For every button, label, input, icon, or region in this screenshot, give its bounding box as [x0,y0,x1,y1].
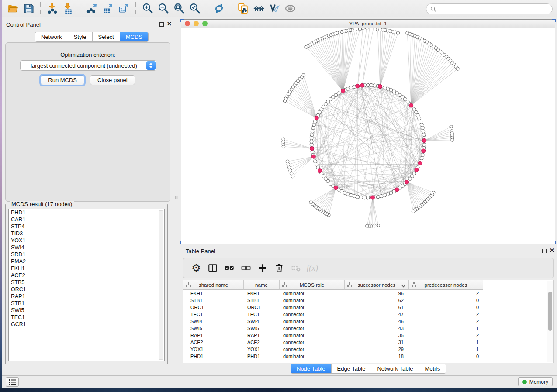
birds-eye-button[interactable] [282,1,298,16]
mcds-result-item[interactable]: SRD1 [9,251,164,258]
column-header-MCDS-role[interactable]: MCDS role [280,280,345,290]
optimization-criterion-select[interactable]: largest connected component (undirected) [20,60,156,71]
deselect-all-rows-button[interactable] [239,261,253,275]
node-table[interactable]: shared namenameMCDS rolesuccessor nodesp… [183,280,554,363]
mcds-result-item[interactable]: TEC1 [9,314,164,321]
session-home-button[interactable] [251,1,266,16]
delete-table-icon [291,263,301,273]
table-scrollbar-track[interactable] [547,281,553,362]
float-table-panel-icon[interactable] [542,249,547,253]
network-frame-titlebar[interactable]: YPA_prune.txt_1 [181,20,555,28]
splitter-handle[interactable] [175,196,178,199]
open-session-button[interactable] [5,1,21,16]
memory-button[interactable]: Memory [518,377,553,386]
mcds-result-item[interactable]: YOX1 [9,237,164,244]
import-table-button[interactable] [60,1,76,16]
table-row[interactable]: TEC1TEC1connector472 [183,311,483,318]
network-canvas[interactable] [181,28,555,244]
zoom-selected-button[interactable] [187,1,203,16]
result-scrollbar-track[interactable] [159,210,163,360]
column-header-successor-nodes[interactable]: successor nodes [345,280,409,290]
table-scrollbar-thumb[interactable] [548,292,552,331]
search-icon [430,6,436,12]
vertical-splitter[interactable] [175,17,179,375]
mcds-result-item[interactable]: ACE2 [9,272,164,279]
tab-style[interactable]: Style [68,32,93,41]
mcds-result-item[interactable]: RAP1 [9,293,164,300]
mcds-result-list[interactable]: PHD1CAR1STP4TID3YOX1SWI4SRD1PMA2FKH1ACE2… [8,209,165,361]
mcds-result-item[interactable]: SWI5 [9,307,164,314]
delete-columns-button[interactable] [272,261,287,275]
add-column-button[interactable] [255,261,270,275]
mcds-result-item[interactable]: PHD1 [9,209,164,216]
table-row[interactable]: ACE2ACE2connector311 [183,339,483,346]
column-label: shared name [199,282,228,288]
tab-mcds[interactable]: MCDS [120,32,148,41]
tab-network[interactable]: Network [35,32,68,41]
hierarchy-icon [347,282,352,288]
mcds-result-item[interactable]: PMA2 [9,258,164,265]
table-row[interactable]: RAP1RAP1dominator352 [183,332,483,339]
chevron-updown-icon [146,61,156,70]
table-row[interactable]: SWI5SWI5connector431 [183,325,483,332]
import-network-button[interactable] [45,1,60,16]
refresh-view-button[interactable] [211,1,227,16]
table-row[interactable]: PHD1PHD1dominator180 [183,353,483,360]
mcds-result-item[interactable]: FKH1 [9,265,164,272]
split-panel-button[interactable] [205,261,220,275]
float-panel-icon[interactable] [159,22,164,27]
mcds-result-item[interactable]: CAR1 [9,216,164,223]
close-panel-button[interactable]: Close panel [90,75,135,85]
table-cell: connector [280,312,345,317]
column-header-shared-name[interactable]: shared name [183,280,244,290]
panel-menu-button[interactable] [6,377,19,387]
search-input[interactable] [438,5,552,14]
zoom-in-icon [142,3,154,14]
toolbar-separator [207,2,207,15]
table-cell: 2 [409,333,483,338]
search-box[interactable] [426,3,553,14]
save-session-button[interactable] [21,1,36,16]
zoom-in-button[interactable] [140,1,156,16]
table-row[interactable]: FKH1FKH1dominator962 [183,290,483,297]
tab-motifs[interactable]: Motifs [419,364,446,373]
table-row[interactable]: SWI4SWI4dominator462 [183,318,483,325]
close-table-panel-icon[interactable]: ✕ [550,248,554,254]
tab-select[interactable]: Select [93,32,120,41]
table-cell: connector [280,347,345,352]
table-row[interactable]: YOX1YOX1connector291 [183,346,483,353]
tab-edge-table[interactable]: Edge Table [332,364,372,373]
table-row[interactable]: ORC1ORC1dominator610 [183,304,483,311]
column-header-name[interactable]: name [244,280,280,290]
toolbar-separator [80,2,80,15]
mcds-result-item[interactable]: SWI4 [9,244,164,251]
optimization-criterion-label: Optimization criterion: [6,52,170,58]
export-table-button[interactable] [100,1,116,16]
run-mcds-button[interactable]: Run MCDS [41,75,84,85]
export-network-button[interactable] [84,1,100,16]
select-all-rows-button[interactable] [222,261,237,275]
column-header-predecessor-nodes[interactable]: predecessor nodes [409,280,483,290]
tab-node-table[interactable]: Node Table [291,364,332,373]
mcds-result-item[interactable]: STP4 [9,223,164,230]
mcds-result-item[interactable]: GCR1 [9,321,164,328]
attribute-settings-button[interactable]: ⚙ [189,261,204,275]
close-panel-icon[interactable]: ✕ [167,21,172,27]
table-cell: dominator [280,291,345,296]
table-cell: 2 [409,312,483,317]
status-bar: Memory [2,375,557,388]
graphics-details-button[interactable] [266,1,282,16]
mcds-result-item[interactable]: TID3 [9,230,164,237]
new-network-from-selection-button[interactable] [235,1,251,16]
list-icon [9,379,16,385]
table-row[interactable]: STB1STB1dominator620 [183,297,483,304]
mcds-node [360,83,364,87]
mcds-result-item[interactable]: ORC1 [9,286,164,293]
zoom-out-button[interactable] [156,1,171,16]
zoom-selected-icon [189,3,201,14]
export-image-button[interactable] [116,1,131,16]
tab-network-table[interactable]: Network Table [371,364,419,373]
mcds-result-item[interactable]: STB5 [9,279,164,286]
mcds-result-item[interactable]: STB1 [9,300,164,307]
zoom-fit-button[interactable] [171,1,187,16]
